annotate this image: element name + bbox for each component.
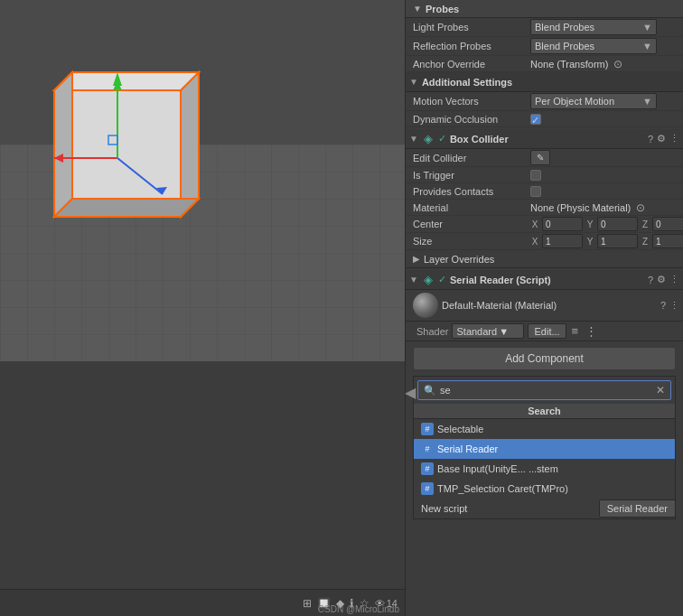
light-probes-value[interactable]: Blend Probes ▼ [530,19,679,35]
dynamic-occlusion-row: Dynamic Occlusion ✓ [406,111,683,127]
provides-contacts-checkbox[interactable] [530,186,541,197]
search-input-field[interactable] [440,385,656,396]
size-z-input[interactable] [652,234,683,248]
material-help-icon[interactable]: ? [660,300,666,311]
scene-view[interactable] [0,0,405,361]
layer-overrides-row[interactable]: ▶ Layer Overrides [406,250,683,268]
collider-material-pick[interactable]: ⊙ [634,201,647,214]
tmp-caret-icon: # [421,482,434,495]
center-x-label: X [530,219,539,229]
box-collider-check[interactable]: ✓ [438,133,446,145]
center-z-label: Z [641,219,650,229]
center-z-input[interactable] [652,217,683,231]
anchor-override-label: Anchor Override [413,59,530,70]
anchor-override-value: None (Transform) ⊙ [530,58,679,70]
reflection-probes-row: Reflection Probes Blend Probes ▼ [406,37,683,56]
edit-collider-label: Edit Collider [413,153,530,163]
anchor-none-text: None (Transform) [530,59,608,70]
reflection-probes-value[interactable]: Blend Probes ▼ [530,38,679,54]
provides-contacts-label: Provides Contacts [413,186,530,197]
light-probes-dropdown[interactable]: Blend Probes ▼ [530,19,657,35]
edit-collider-icon: ✎ [537,153,544,163]
serial-reader-more-icon[interactable]: ⋮ [669,274,679,285]
watermark: CSDN @MicroLindb [318,604,399,614]
size-x-input[interactable] [542,234,583,248]
light-probes-label: Light Probes [413,22,530,33]
search-input-row: 🔍 ✕ [417,380,671,400]
motion-vectors-value[interactable]: Per Object Motion ▼ [530,93,679,109]
motion-vectors-row: Motion Vectors Per Object Motion ▼ [406,92,683,111]
base-input-icon: # [421,462,434,475]
center-row: Center X Y Z [406,216,683,233]
edit-collider-button[interactable]: ✎ [530,150,550,165]
shader-edit-button[interactable]: Edit... [528,323,566,339]
material-more-icon[interactable]: ⋮ [669,300,679,312]
edit-collider-row: Edit Collider ✎ [406,149,683,167]
serial-reader-arrow: ▼ [409,275,418,285]
add-component-button[interactable]: Add Component [413,347,676,370]
search-result-selectable[interactable]: # Selectable [414,419,675,439]
cube-object[interactable] [27,27,208,235]
anchor-pick-icon[interactable]: ⊙ [612,58,624,70]
is-trigger-value[interactable] [530,170,679,181]
edit-collider-btn-container: ✎ [530,150,679,165]
serial-reader-result-label: Serial Reader [437,443,668,454]
selectable-icon: # [421,423,434,435]
search-dropdown-panel: 🔍 ✕ Search # Selectable # Serial Reader … [413,376,676,519]
center-values: X Y Z [530,217,683,231]
material-info: Default-Material (Material) [442,300,657,311]
box-collider-header[interactable]: ▼ ◈ ✓ Box Collider ? ⚙ ⋮ [406,129,683,149]
svg-marker-3 [54,72,199,90]
probes-title: Probes [426,4,459,14]
center-label: Center [413,219,530,229]
motion-vectors-dropdown[interactable]: Per Object Motion ▼ [530,93,657,109]
selectable-label: Selectable [437,424,668,434]
additional-settings-title: Additional Settings [422,77,679,88]
size-y-input[interactable] [597,234,638,248]
svg-marker-4 [54,72,72,217]
box-collider-more-icon[interactable]: ⋮ [669,133,679,145]
svg-marker-5 [54,199,199,217]
search-result-base-input[interactable]: # Base Input(UnityE... ...stem [414,459,675,479]
light-probes-row: Light Probes Blend Probes ▼ [406,18,683,37]
probes-arrow-icon: ▼ [413,4,422,14]
material-display-row: Default-Material (Material) ? ⋮ [406,290,683,322]
collider-material-value: None (Physic Material) ⊙ [530,201,679,214]
search-result-tmp-caret[interactable]: # TMP_Selection Caret(TMPro) [414,479,675,499]
dynamic-occlusion-value[interactable]: ✓ [530,114,679,125]
serial-reader-help-icon[interactable]: ? [648,275,653,285]
center-x-input[interactable] [542,217,583,231]
search-result-serial-reader[interactable]: # Serial Reader [414,439,675,459]
shader-dropdown-arrow: ▼ [499,326,509,337]
dynamic-occlusion-label: Dynamic Occlusion [413,114,530,125]
reflection-probes-dropdown[interactable]: Blend Probes ▼ [530,38,657,54]
box-collider-settings-icon[interactable]: ⚙ [657,133,666,145]
dropdown-arrow-icon: ▼ [642,22,652,33]
base-input-label: Base Input(UnityE... ...stem [437,463,668,474]
provides-contacts-value[interactable] [530,186,679,197]
serial-reader-icon: ◈ [422,274,435,286]
grid-toggle-icon[interactable]: ⊞ [303,597,312,610]
center-y-input[interactable] [597,217,638,231]
size-row: Size X Y Z [406,233,683,250]
serial-reader-result-icon: # [421,443,434,455]
tmp-caret-label: TMP_Selection Caret(TMPro) [437,483,668,494]
probes-section-header[interactable]: ▼ Probes [406,0,683,18]
serial-reader-header[interactable]: ▼ ◈ ✓ Serial Reader (Script) ? ⚙ ⋮ [406,270,683,290]
shader-list-icon[interactable]: ≡ [570,324,581,338]
serial-reader-title: Serial Reader (Script) [450,275,648,285]
layer-overrides-label: Layer Overrides [424,254,494,265]
serial-reader-settings-icon[interactable]: ⚙ [657,274,666,285]
additional-settings-header[interactable]: ▼ Additional Settings [406,72,683,92]
is-trigger-checkbox[interactable] [530,170,541,181]
shader-more-icon[interactable]: ⋮ [584,324,599,338]
box-collider-help-icon[interactable]: ? [648,134,653,145]
search-magnify-icon: 🔍 [424,385,436,397]
inspector-panel: ▼ Probes Light Probes Blend Probes ▼ Ref… [405,0,683,616]
serial-reader-check[interactable]: ✓ [438,274,446,285]
dynamic-occlusion-checkbox[interactable]: ✓ [530,114,541,125]
search-results-header: Search [414,404,675,419]
viewport-panel: ⊞ 🔲 ◆ ℹ ☆ 👁 14 CSDN @MicroLindb [0,0,405,616]
shader-dropdown[interactable]: Standard ▼ [452,323,524,339]
search-clear-button[interactable]: ✕ [656,384,665,397]
